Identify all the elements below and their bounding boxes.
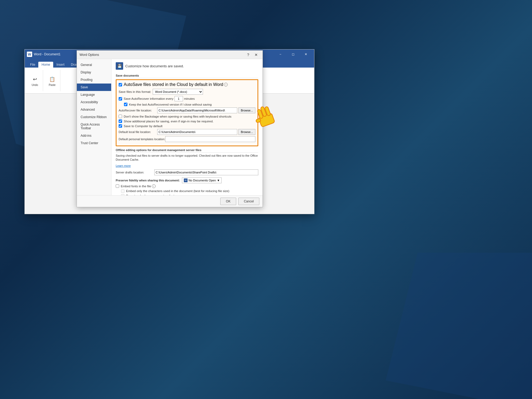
dialog-navigation: General Display Proofing Save Language A… xyxy=(77,59,111,195)
dialog-footer: OK Cancel xyxy=(77,195,263,207)
embed-fonts-row: Embed fonts in the file i xyxy=(116,184,258,188)
do-not-embed-checkbox[interactable] xyxy=(121,194,124,195)
dialog-help-button[interactable]: ? xyxy=(244,51,252,59)
save-documents-header: Save documents xyxy=(116,74,258,78)
nav-item-advanced[interactable]: Advanced xyxy=(77,106,111,113)
save-to-computer-checkbox[interactable] xyxy=(119,124,122,128)
embed-only-label: Embed only the characters used in the do… xyxy=(126,189,229,193)
default-personal-row: Default personal templates location: xyxy=(119,136,255,142)
nav-item-customize-ribbon[interactable]: Customize Ribbon xyxy=(77,113,111,121)
autorecover-checkbox[interactable] xyxy=(119,97,122,101)
cancel-button[interactable]: Cancel xyxy=(238,198,259,205)
format-label: Save files in this format: xyxy=(119,90,151,93)
dialog-titlebar: Word Options ? ✕ xyxy=(77,51,263,59)
keep-last-label: Keep the last AutoRecovered version if I… xyxy=(129,103,212,106)
autorecover-path-input[interactable] xyxy=(157,107,237,113)
server-drafts-path-input[interactable] xyxy=(154,169,258,175)
show-additional-row: Show additional places for saving, even … xyxy=(119,119,255,123)
nav-item-language[interactable]: Language xyxy=(77,91,111,98)
dialog-body: General Display Proofing Save Language A… xyxy=(77,59,263,195)
autorecover-row: Save AutoRecover information every minut… xyxy=(119,96,255,101)
nav-item-accessibility[interactable]: Accessibility xyxy=(77,98,111,106)
server-drafts-label: Server drafts location: xyxy=(116,171,154,174)
default-personal-label: Default personal templates location: xyxy=(119,138,165,141)
do-not-embed-row: Do not embed common system fonts xyxy=(116,194,258,195)
word-application: W Word - Document1 − ◻ ✕ File Home Inser… xyxy=(24,49,314,214)
format-row: Save files in this format: Word Document… xyxy=(119,89,255,95)
nav-item-trust-center[interactable]: Trust Center xyxy=(77,139,111,147)
default-local-row: Default local file location: Browse... xyxy=(119,129,255,135)
autorecover-browse-button[interactable]: Browse... xyxy=(238,107,255,113)
keep-last-row: Keep the last AutoRecovered version if I… xyxy=(119,103,255,106)
svg-rect-3 xyxy=(264,106,271,116)
embed-only-row: Embed only the characters used in the do… xyxy=(116,189,258,193)
learn-more-link[interactable]: Learn more xyxy=(116,164,131,167)
preserve-row: Preserve fidelity when sharing this docu… xyxy=(116,177,258,183)
offline-section-header: Offline editing options for document man… xyxy=(116,148,258,153)
autorecover-label: Save AutoRecover information every xyxy=(124,97,173,100)
preserve-label: Preserve fidelity when sharing this docu… xyxy=(116,179,180,182)
nav-item-proofing[interactable]: Proofing xyxy=(77,76,111,84)
do-not-embed-label: Do not embed common system fonts xyxy=(126,194,176,195)
highlight-options-box: AutoSave files stored in the Cloud by de… xyxy=(116,79,258,146)
minutes-label: minutes xyxy=(184,97,195,100)
dialog-controls: ? ✕ xyxy=(244,51,260,59)
autorecover-location-row: AutoRecover file location: Browse... xyxy=(119,107,255,113)
default-local-path-input[interactable] xyxy=(157,129,237,135)
no-docs-label: No Documents Open xyxy=(189,179,216,182)
no-docs-icon: W xyxy=(184,178,188,182)
dont-show-backstage-row: Don't show the Backstage when opening or… xyxy=(119,115,255,118)
embed-fonts-info-icon[interactable]: i xyxy=(152,184,156,188)
server-drafts-row: Server drafts location: xyxy=(116,169,258,175)
dialog-content-area: 💾 Customize how documents are saved. Sav… xyxy=(111,59,263,195)
embed-only-checkbox[interactable] xyxy=(121,189,124,193)
dont-show-backstage-checkbox[interactable] xyxy=(119,115,122,118)
dialog-overlay: Word Options ? ✕ General Display Proofin… xyxy=(25,49,314,214)
dont-show-backstage-label: Don't show the Backstage when opening or… xyxy=(124,115,231,118)
section-title: Customize how documents are saved. xyxy=(125,64,184,68)
nav-item-add-ins[interactable]: Add-ins xyxy=(77,132,111,139)
save-section-icon: 💾 xyxy=(116,62,123,70)
word-options-dialog: Word Options ? ✕ General Display Proofin… xyxy=(77,50,263,207)
ok-button[interactable]: OK xyxy=(220,198,236,205)
section-header: 💾 Customize how documents are saved. xyxy=(116,62,258,71)
no-docs-arrow: ▼ xyxy=(217,179,220,182)
nav-item-save[interactable]: Save xyxy=(77,84,111,91)
autosave-row: AutoSave files stored in the Cloud by de… xyxy=(119,82,255,87)
dialog-close-button[interactable]: ✕ xyxy=(252,51,260,59)
embed-fonts-checkbox[interactable] xyxy=(116,184,119,188)
autosave-info-icon[interactable]: i xyxy=(224,83,228,86)
keep-last-checkbox[interactable] xyxy=(124,103,127,106)
default-local-browse-button[interactable]: Browse... xyxy=(238,129,255,135)
embed-fonts-label: Embed fonts in the file xyxy=(121,185,151,188)
offline-info-text: Saving checked out files to server draft… xyxy=(116,154,258,162)
nav-item-general[interactable]: General xyxy=(77,61,111,69)
autorecover-location-label: AutoRecover file location: xyxy=(119,109,157,112)
format-select[interactable]: Word Document (*.docx) Word 97-2003 Docu… xyxy=(153,89,203,95)
show-additional-checkbox[interactable] xyxy=(119,119,122,123)
default-personal-path-input[interactable] xyxy=(165,136,255,142)
nav-item-display[interactable]: Display xyxy=(77,69,111,76)
autosave-checkbox[interactable] xyxy=(119,83,122,86)
show-additional-label: Show additional places for saving, even … xyxy=(124,120,214,123)
nav-item-quick-access[interactable]: Quick Access Toolbar xyxy=(77,121,111,132)
autorecover-minutes-input[interactable] xyxy=(174,96,183,101)
dialog-title: Word Options xyxy=(80,53,244,57)
save-to-computer-row: Save to Computer by default xyxy=(119,124,255,128)
default-local-label: Default local file location: xyxy=(119,130,157,134)
no-docs-button[interactable]: W No Documents Open ▼ xyxy=(182,177,222,183)
autosave-label: AutoSave files stored in the Cloud by de… xyxy=(124,82,223,87)
save-to-computer-label: Save to Computer by default xyxy=(124,124,163,128)
